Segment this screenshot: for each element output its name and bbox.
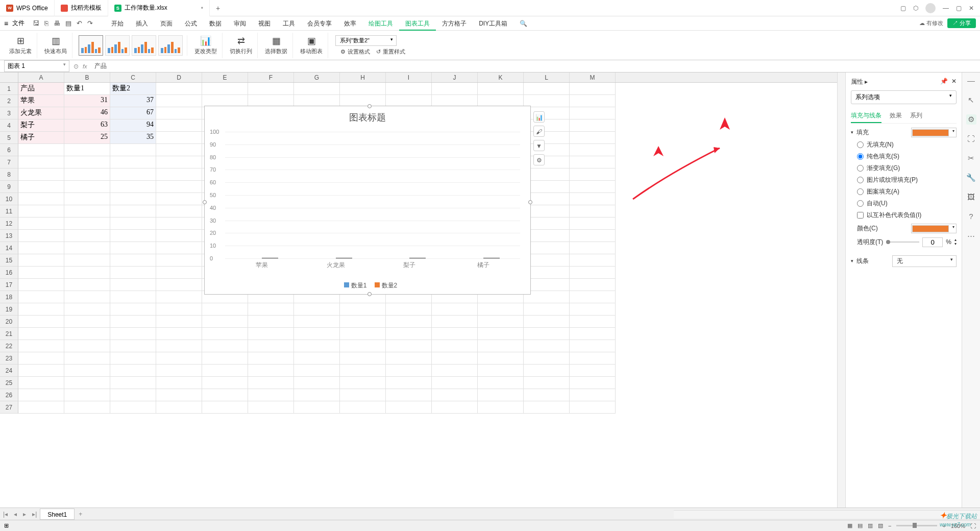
cell[interactable] <box>386 340 432 352</box>
cell[interactable] <box>478 377 524 389</box>
cell[interactable] <box>478 389 524 401</box>
menu-tab-tools[interactable]: 工具 <box>277 16 301 31</box>
cell[interactable] <box>110 181 156 193</box>
maximize-icon[interactable]: ▢ <box>956 5 962 12</box>
cell[interactable] <box>570 316 616 328</box>
cell[interactable] <box>570 193 616 205</box>
cell[interactable] <box>478 365 524 377</box>
cell[interactable] <box>156 279 202 291</box>
fill-none-radio[interactable]: 无填充(N) <box>857 140 957 149</box>
cell[interactable] <box>432 352 478 365</box>
cell[interactable] <box>156 168 202 181</box>
row-header[interactable]: 6 <box>0 144 18 156</box>
reset-style-button[interactable]: ↺ 重置样式 <box>376 48 405 56</box>
cell[interactable] <box>570 267 616 279</box>
cell[interactable] <box>570 303 616 316</box>
cell[interactable] <box>156 340 202 352</box>
rail-cursor-icon[interactable]: ↖ <box>966 95 976 105</box>
cell[interactable] <box>64 389 110 401</box>
save-icon[interactable]: 🖫 <box>33 19 39 27</box>
cell[interactable] <box>156 218 202 230</box>
cell[interactable] <box>524 303 570 316</box>
cell[interactable] <box>386 316 432 328</box>
cell[interactable] <box>248 377 294 389</box>
ribbon-move-chart[interactable]: ▣ 移动图表 <box>295 33 328 58</box>
name-box[interactable]: 图表 1 <box>4 60 69 72</box>
sheet-tab[interactable]: Sheet1 <box>40 509 75 520</box>
cell[interactable] <box>202 83 248 95</box>
cell[interactable] <box>340 316 386 328</box>
cell[interactable] <box>570 205 616 218</box>
cell[interactable] <box>64 205 110 218</box>
cell[interactable] <box>64 328 110 340</box>
formula-input[interactable]: 产品 <box>91 61 980 71</box>
props-tab-fill[interactable]: 填充与线条 <box>851 109 881 123</box>
sheet-nav-first[interactable]: |◂ <box>0 511 11 518</box>
chart-legend[interactable]: 数量1 数量2 <box>205 281 530 290</box>
cell[interactable] <box>294 303 340 316</box>
row-header[interactable]: 22 <box>0 340 18 352</box>
cell[interactable] <box>386 352 432 365</box>
cell[interactable] <box>18 291 64 303</box>
cell[interactable] <box>386 389 432 401</box>
cell[interactable] <box>202 316 248 328</box>
cell[interactable] <box>340 328 386 340</box>
lookup-icon[interactable]: ⊙ <box>74 63 79 70</box>
cell[interactable] <box>386 365 432 377</box>
rail-expand-icon[interactable]: ⛶ <box>966 134 976 144</box>
cell[interactable] <box>110 267 156 279</box>
cell[interactable] <box>570 328 616 340</box>
cell[interactable] <box>156 119 202 132</box>
row-header[interactable]: 11 <box>0 205 18 218</box>
sheet-nav-last[interactable]: ▸| <box>29 511 40 518</box>
cell[interactable] <box>248 316 294 328</box>
cell[interactable] <box>18 340 64 352</box>
print-preview-icon[interactable]: 🖶 <box>54 19 60 27</box>
cell[interactable]: 37 <box>110 95 156 107</box>
cell[interactable] <box>524 83 570 95</box>
col-header[interactable]: K <box>478 73 524 82</box>
cell[interactable] <box>570 107 616 119</box>
chart-style-2[interactable] <box>105 35 130 56</box>
series-dropdown[interactable]: 系列"数量2" <box>335 35 397 46</box>
cell[interactable] <box>432 83 478 95</box>
invert-negative-checkbox[interactable]: 以互补色代表负值(I) <box>857 211 957 220</box>
cell[interactable] <box>570 95 616 107</box>
cell[interactable] <box>386 303 432 316</box>
cell[interactable] <box>432 377 478 389</box>
col-header[interactable]: L <box>524 73 570 82</box>
cell[interactable] <box>340 377 386 389</box>
cell[interactable] <box>110 340 156 352</box>
print-icon[interactable]: ⎘ <box>44 19 48 27</box>
cell[interactable] <box>110 144 156 156</box>
rail-minus-icon[interactable]: — <box>966 76 976 86</box>
chart-style-4[interactable] <box>158 35 183 56</box>
cell[interactable] <box>570 230 616 242</box>
row-header[interactable]: 3 <box>0 107 18 119</box>
cell[interactable] <box>432 316 478 328</box>
cell[interactable] <box>248 352 294 365</box>
cell[interactable] <box>64 218 110 230</box>
cell[interactable] <box>110 156 156 168</box>
menu-tab-page[interactable]: 页面 <box>154 16 179 31</box>
fill-color-dropdown[interactable] <box>911 128 957 137</box>
cloud-indicator[interactable]: ☁ 有修改 <box>919 19 943 27</box>
cell[interactable] <box>524 377 570 389</box>
col-header[interactable]: J <box>432 73 478 82</box>
cell[interactable] <box>570 377 616 389</box>
cell[interactable] <box>110 218 156 230</box>
minimize-icon[interactable]: — <box>943 5 949 12</box>
chart-brush-icon[interactable]: 🖌 <box>533 126 545 137</box>
menu-tab-drawing[interactable]: 绘图工具 <box>362 16 399 31</box>
menu-tab-data[interactable]: 数据 <box>203 16 228 31</box>
chart-style-1[interactable] <box>79 35 103 56</box>
cell[interactable]: 苹果 <box>18 95 64 107</box>
cell[interactable] <box>64 242 110 254</box>
cell[interactable]: 数量2 <box>110 83 156 95</box>
cell[interactable] <box>64 401 110 414</box>
cell[interactable] <box>110 193 156 205</box>
cell[interactable] <box>202 389 248 401</box>
file-menu[interactable]: 文件 <box>12 19 24 28</box>
cell[interactable] <box>156 242 202 254</box>
col-header[interactable]: C <box>110 73 156 82</box>
